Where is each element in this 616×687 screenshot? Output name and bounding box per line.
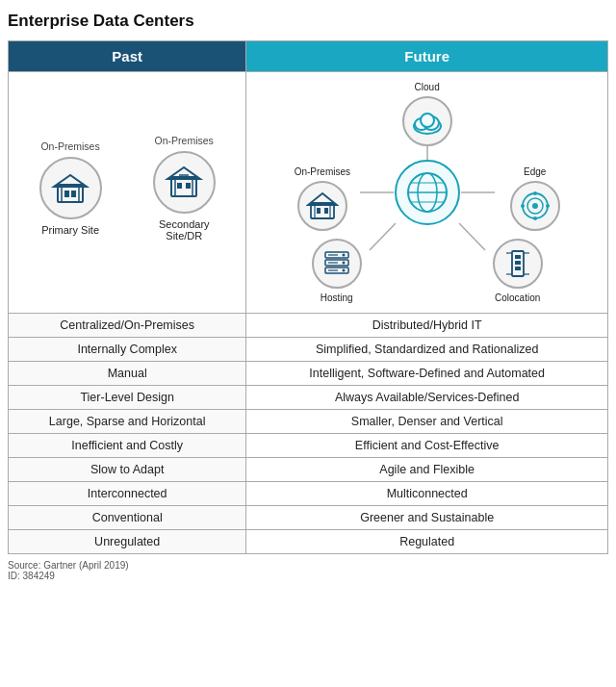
table-row-8: Conventional Greener and Sustainable xyxy=(9,506,608,530)
past-header: Past xyxy=(9,41,246,72)
table-row-2: Manual Intelligent, Software-Defined and… xyxy=(9,362,608,386)
past-secondary-icon-circle xyxy=(153,151,216,214)
future-cell-5: Efficient and Cost-Effective xyxy=(246,434,608,458)
header-row: Past Future xyxy=(9,41,608,72)
future-cell-7: Multiconnected xyxy=(246,482,608,506)
past-secondary-bottom-label: SecondarySite/DR xyxy=(159,218,210,242)
svg-rect-2 xyxy=(64,191,69,197)
past-cell-4: Large, Sparse and Horizontal xyxy=(9,410,246,434)
svg-line-16 xyxy=(370,223,396,250)
past-cell-8: Conventional xyxy=(9,506,246,530)
future-cell-8: Greener and Sustainable xyxy=(246,506,608,530)
past-cell-0: Centralized/On-Premises xyxy=(9,314,246,338)
future-cell-1: Simplified, Standardized and Rationalize… xyxy=(246,338,608,362)
past-diagram: On-Premises xyxy=(9,72,245,303)
future-cell-4: Smaller, Denser and Vertical xyxy=(246,410,608,434)
svg-point-37 xyxy=(533,216,537,220)
cloud-icon-circle xyxy=(402,96,452,146)
colocation-icon-circle xyxy=(493,239,543,289)
table-row-9: Unregulated Regulated xyxy=(9,530,608,554)
footer-id: ID: 384249 xyxy=(8,571,608,581)
future-cell-9: Regulated xyxy=(246,530,608,554)
hosting-label: Hosting xyxy=(321,293,353,303)
edge-label: Edge xyxy=(524,166,546,177)
future-cell-2: Intelligent, Software-Defined and Automa… xyxy=(246,362,608,386)
footer-source: Source: Gartner (April 2019) xyxy=(8,560,608,571)
building-icon-secondary xyxy=(164,162,204,202)
colocation-icon xyxy=(501,247,534,280)
table-row-4: Large, Sparse and Horizontal Smaller, De… xyxy=(9,410,608,434)
svg-line-17 xyxy=(459,223,485,250)
past-cell-9: Unregulated xyxy=(9,530,246,554)
table-row-1: Internally Complex Simplified, Standardi… xyxy=(9,338,608,362)
colocation-label: Colocation xyxy=(495,293,540,303)
past-secondary-top-label: On-Premises xyxy=(155,135,214,146)
past-cell-2: Manual xyxy=(9,362,246,386)
past-cell-6: Slow to Adapt xyxy=(9,458,246,482)
footer: Source: Gartner (April 2019) ID: 384249 xyxy=(8,560,608,581)
edge-icon-circle xyxy=(510,181,560,231)
cloud-label: Cloud xyxy=(415,82,440,92)
svg-point-21 xyxy=(421,114,434,127)
svg-point-35 xyxy=(532,203,538,209)
hosting-icon-circle xyxy=(312,239,362,289)
past-item-secondary: On-Premises xyxy=(153,135,216,242)
globe-icon xyxy=(403,168,451,216)
svg-rect-52 xyxy=(515,267,521,270)
hub-node-onpremises: On-Premises xyxy=(295,166,350,231)
past-cell-7: Interconnected xyxy=(9,482,246,506)
onpremises-icon-circle xyxy=(297,181,347,231)
svg-rect-24 xyxy=(317,208,321,214)
past-diagram-cell: On-Premises xyxy=(9,72,246,314)
future-header: Future xyxy=(246,41,608,72)
future-diagram: Cloud xyxy=(246,72,607,313)
future-cell-6: Agile and Flexible xyxy=(246,458,608,482)
past-cell-3: Tier-Level Design xyxy=(9,386,246,410)
svg-rect-51 xyxy=(515,261,521,265)
table-row-0: Centralized/On-Premises Distributed/Hybr… xyxy=(9,314,608,338)
onpremises-icon xyxy=(306,190,339,222)
onpremises-label: On-Premises xyxy=(295,166,350,177)
past-primary-icon-circle xyxy=(39,157,102,219)
future-cell-0: Distributed/Hybrid IT xyxy=(246,314,608,338)
svg-rect-8 xyxy=(177,183,182,189)
svg-point-39 xyxy=(546,204,550,208)
main-table: Past Future On-Premises xyxy=(8,40,608,554)
hosting-icon xyxy=(321,247,353,280)
svg-point-36 xyxy=(533,191,537,195)
table-row-5: Inefficient and Costly Efficient and Cos… xyxy=(9,434,608,458)
hub-center-globe xyxy=(395,160,460,225)
past-item-primary: On-Premises xyxy=(39,140,102,236)
cloud-icon xyxy=(410,107,445,136)
svg-rect-25 xyxy=(324,208,328,214)
past-primary-bottom-label: Primary Site xyxy=(41,224,99,236)
future-diagram-cell: Cloud xyxy=(246,72,608,314)
hub-layout: Cloud xyxy=(293,82,562,303)
svg-rect-50 xyxy=(515,255,521,259)
edge-icon xyxy=(519,190,552,222)
svg-point-44 xyxy=(342,262,345,265)
past-cell-1: Internally Complex xyxy=(9,338,246,362)
hub-node-colocation: Colocation xyxy=(493,239,543,303)
svg-rect-9 xyxy=(186,183,191,189)
building-icon-primary xyxy=(50,167,90,208)
hub-node-hosting: Hosting xyxy=(312,239,362,303)
table-row-6: Slow to Adapt Agile and Flexible xyxy=(9,458,608,482)
past-primary-top-label: On-Premises xyxy=(40,140,99,152)
page-title: Enterprise Data Centers xyxy=(8,12,608,31)
table-row-3: Tier-Level Design Always Available/Servi… xyxy=(9,386,608,410)
diagram-row: On-Premises xyxy=(9,72,608,314)
svg-point-45 xyxy=(342,269,345,272)
past-cell-5: Inefficient and Costly xyxy=(9,434,246,458)
hub-node-edge: Edge xyxy=(510,166,560,231)
future-cell-3: Always Available/Services-Defined xyxy=(246,386,608,410)
hub-node-cloud: Cloud xyxy=(402,82,452,146)
svg-point-38 xyxy=(521,204,525,208)
table-row-7: Interconnected Multiconnected xyxy=(9,482,608,506)
svg-rect-3 xyxy=(71,191,76,197)
svg-point-43 xyxy=(342,254,345,257)
